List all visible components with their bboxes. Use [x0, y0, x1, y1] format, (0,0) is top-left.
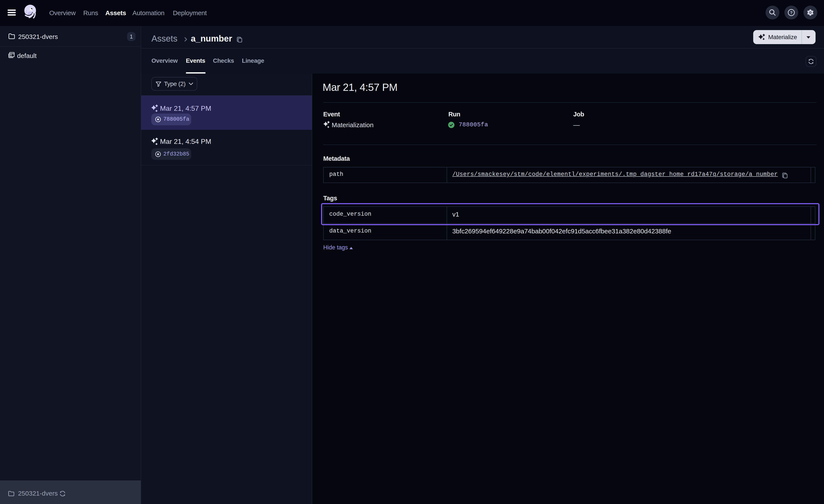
svg-text:?: ? [790, 10, 793, 15]
